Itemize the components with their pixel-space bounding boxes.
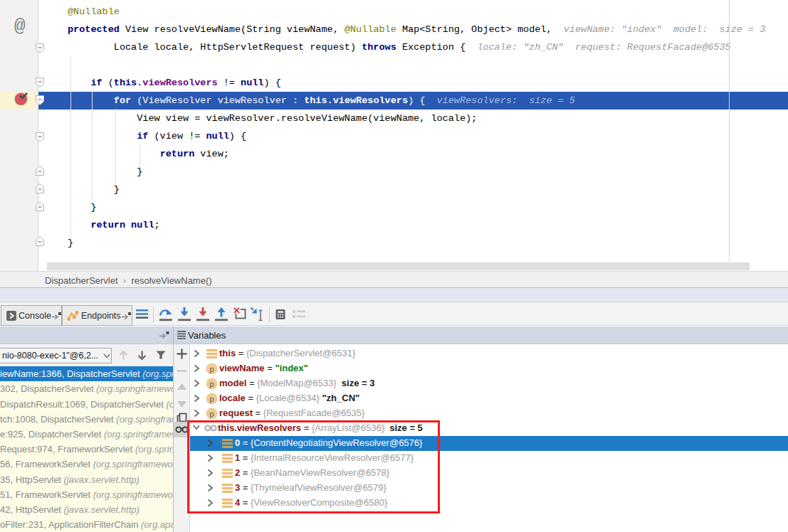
svg-text:p: p (209, 395, 214, 403)
svg-text:p: p (209, 365, 214, 373)
svg-text:p: p (209, 410, 214, 418)
svg-text:p: p (209, 380, 214, 388)
